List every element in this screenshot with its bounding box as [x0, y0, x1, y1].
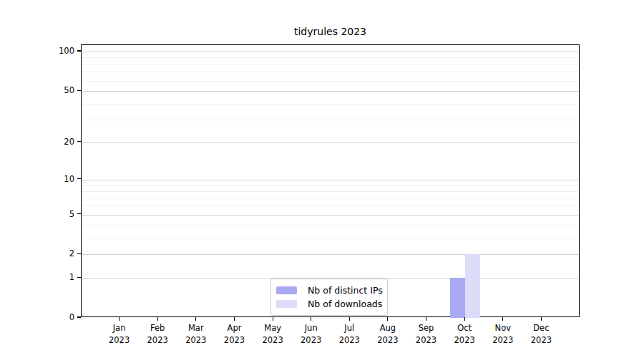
major-gridline [82, 91, 579, 92]
major-gridline [82, 180, 579, 180]
y-tick-label: 2 [44, 248, 74, 258]
y-tick-mark [77, 253, 81, 254]
y-tick-mark [77, 141, 81, 142]
minor-gridline [82, 225, 579, 226]
minor-gridline [82, 72, 579, 72]
x-tick-mark [119, 317, 119, 321]
bar-distinct-ips [450, 278, 465, 318]
minor-gridline [82, 120, 579, 120]
x-tick-label: Dec 2023 [518, 322, 564, 347]
x-tick-mark [273, 317, 273, 321]
x-tick-mark [157, 317, 158, 321]
y-tick-label: 50 [44, 85, 74, 95]
bar-downloads [465, 254, 480, 318]
y-tick-label: 1 [44, 272, 74, 282]
x-tick-mark [311, 317, 311, 321]
minor-gridline [82, 191, 579, 192]
x-tick-mark [387, 317, 388, 321]
x-tick-mark [234, 317, 235, 321]
major-gridline [82, 142, 579, 143]
minor-gridline [82, 64, 579, 65]
y-tick-mark [77, 316, 81, 317]
y-tick-mark [77, 213, 81, 214]
chart-figure: tidyrules 2023 0125102050100 Jan 2023Feb… [0, 0, 644, 358]
legend-label-downloads: Nb of downloads [308, 299, 382, 309]
y-tick-label: 0 [44, 312, 74, 322]
minor-gridline [82, 81, 579, 82]
legend-label-distinct-ips: Nb of distinct IPs [308, 285, 383, 296]
x-tick-mark [502, 317, 503, 321]
legend-row-downloads: Nb of downloads [276, 297, 381, 311]
minor-gridline [82, 185, 579, 185]
minor-gridline [82, 104, 579, 105]
y-tick-label: 20 [44, 137, 74, 147]
y-tick-mark [77, 50, 81, 51]
y-tick-label: 5 [44, 209, 74, 219]
x-tick-mark [195, 317, 196, 321]
major-gridline [82, 254, 579, 255]
y-tick-mark [77, 178, 81, 179]
minor-gridline [82, 205, 579, 206]
legend-swatch-distinct-ips [276, 286, 297, 294]
minor-gridline [82, 238, 579, 238]
legend: Nb of distinct IPs Nb of downloads [270, 279, 388, 316]
y-tick-mark [77, 277, 81, 278]
y-tick-mark [77, 90, 81, 91]
minor-gridline [82, 198, 579, 198]
legend-swatch-downloads [276, 300, 297, 308]
x-tick-mark [349, 317, 350, 321]
major-gridline [82, 215, 579, 216]
minor-gridline [82, 57, 579, 58]
x-tick-mark [426, 317, 426, 321]
y-tick-label: 10 [44, 174, 74, 184]
y-tick-label: 100 [44, 46, 74, 56]
plot-area [81, 44, 580, 317]
major-gridline [82, 52, 579, 52]
chart-title: tidyrules 2023 [81, 26, 580, 37]
x-tick-mark [464, 317, 465, 321]
legend-row-distinct-ips: Nb of distinct IPs [276, 284, 381, 297]
x-tick-mark [541, 317, 542, 321]
